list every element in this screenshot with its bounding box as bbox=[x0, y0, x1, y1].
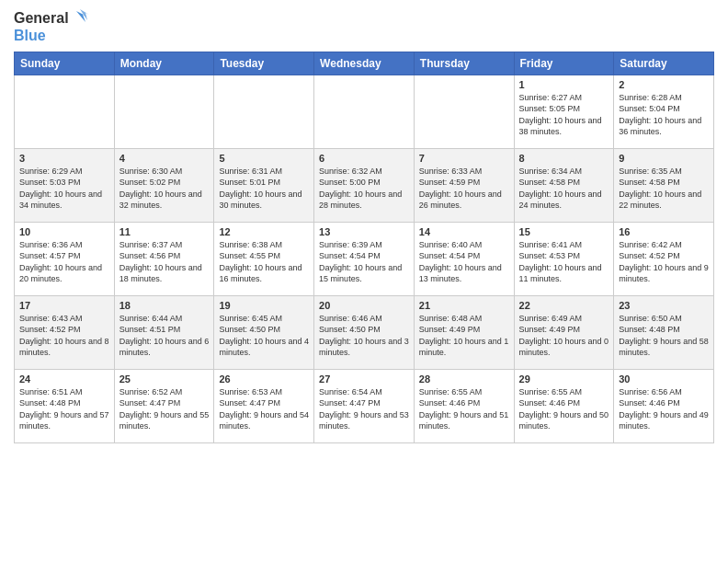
day-cell: 14Sunrise: 6:40 AM Sunset: 4:54 PM Dayli… bbox=[414, 222, 514, 295]
day-number: 2 bbox=[619, 79, 709, 90]
logo-bird-icon bbox=[69, 9, 89, 28]
day-number: 22 bbox=[519, 300, 609, 311]
day-number: 1 bbox=[519, 79, 609, 90]
day-info: Sunrise: 6:28 AM Sunset: 5:04 PM Dayligh… bbox=[619, 92, 709, 138]
day-number: 8 bbox=[519, 153, 609, 164]
col-header-monday: Monday bbox=[114, 52, 214, 75]
day-info: Sunrise: 6:42 AM Sunset: 4:52 PM Dayligh… bbox=[619, 239, 709, 285]
day-number: 20 bbox=[319, 300, 409, 311]
day-cell: 17Sunrise: 6:43 AM Sunset: 4:52 PM Dayli… bbox=[15, 295, 115, 369]
day-number: 15 bbox=[519, 226, 609, 237]
day-info: Sunrise: 6:34 AM Sunset: 4:58 PM Dayligh… bbox=[519, 166, 609, 212]
day-number: 28 bbox=[419, 373, 509, 385]
day-info: Sunrise: 6:44 AM Sunset: 4:51 PM Dayligh… bbox=[119, 313, 210, 359]
day-info: Sunrise: 6:35 AM Sunset: 4:58 PM Dayligh… bbox=[619, 166, 709, 212]
day-number: 9 bbox=[619, 153, 709, 164]
day-cell: 23Sunrise: 6:50 AM Sunset: 4:48 PM Dayli… bbox=[614, 295, 714, 369]
day-cell: 28Sunrise: 6:55 AM Sunset: 4:46 PM Dayli… bbox=[414, 369, 514, 442]
day-cell: 11Sunrise: 6:37 AM Sunset: 4:56 PM Dayli… bbox=[114, 222, 214, 295]
day-cell: 2Sunrise: 6:28 AM Sunset: 5:04 PM Daylig… bbox=[614, 75, 714, 148]
day-cell bbox=[414, 75, 514, 148]
day-number: 14 bbox=[419, 226, 509, 237]
day-info: Sunrise: 6:40 AM Sunset: 4:54 PM Dayligh… bbox=[419, 239, 509, 285]
day-cell: 10Sunrise: 6:36 AM Sunset: 4:57 PM Dayli… bbox=[15, 222, 115, 295]
day-cell bbox=[214, 75, 314, 148]
logo: General Blue bbox=[14, 9, 89, 44]
day-cell: 24Sunrise: 6:51 AM Sunset: 4:48 PM Dayli… bbox=[15, 369, 115, 442]
day-number: 23 bbox=[619, 300, 709, 311]
col-header-friday: Friday bbox=[514, 52, 614, 75]
day-info: Sunrise: 6:52 AM Sunset: 4:47 PM Dayligh… bbox=[119, 386, 210, 432]
day-info: Sunrise: 6:48 AM Sunset: 4:49 PM Dayligh… bbox=[419, 313, 509, 359]
col-header-saturday: Saturday bbox=[614, 52, 714, 75]
day-cell: 20Sunrise: 6:46 AM Sunset: 4:50 PM Dayli… bbox=[314, 295, 415, 369]
day-info: Sunrise: 6:54 AM Sunset: 4:47 PM Dayligh… bbox=[319, 386, 409, 432]
day-number: 26 bbox=[219, 373, 309, 385]
day-cell: 25Sunrise: 6:52 AM Sunset: 4:47 PM Dayli… bbox=[114, 369, 214, 442]
day-number: 4 bbox=[119, 153, 210, 164]
day-info: Sunrise: 6:55 AM Sunset: 4:46 PM Dayligh… bbox=[419, 386, 509, 432]
day-info: Sunrise: 6:45 AM Sunset: 4:50 PM Dayligh… bbox=[219, 313, 309, 359]
day-number: 29 bbox=[519, 373, 609, 385]
day-number: 19 bbox=[219, 300, 309, 311]
day-number: 21 bbox=[419, 300, 509, 311]
day-number: 3 bbox=[19, 153, 109, 164]
col-header-wednesday: Wednesday bbox=[314, 52, 415, 75]
day-info: Sunrise: 6:51 AM Sunset: 4:48 PM Dayligh… bbox=[19, 386, 109, 432]
day-cell: 13Sunrise: 6:39 AM Sunset: 4:54 PM Dayli… bbox=[314, 222, 415, 295]
day-cell: 7Sunrise: 6:33 AM Sunset: 4:59 PM Daylig… bbox=[414, 148, 514, 222]
day-cell: 27Sunrise: 6:54 AM Sunset: 4:47 PM Dayli… bbox=[314, 369, 415, 442]
day-info: Sunrise: 6:46 AM Sunset: 4:50 PM Dayligh… bbox=[319, 313, 409, 359]
day-cell: 19Sunrise: 6:45 AM Sunset: 4:50 PM Dayli… bbox=[214, 295, 314, 369]
day-number: 7 bbox=[419, 153, 509, 164]
day-info: Sunrise: 6:38 AM Sunset: 4:55 PM Dayligh… bbox=[219, 239, 309, 285]
day-cell: 15Sunrise: 6:41 AM Sunset: 4:53 PM Dayli… bbox=[514, 222, 614, 295]
day-cell: 9Sunrise: 6:35 AM Sunset: 4:58 PM Daylig… bbox=[614, 148, 714, 222]
day-number: 18 bbox=[119, 300, 210, 311]
day-cell bbox=[114, 75, 214, 148]
day-info: Sunrise: 6:36 AM Sunset: 4:57 PM Dayligh… bbox=[19, 239, 109, 285]
day-info: Sunrise: 6:27 AM Sunset: 5:05 PM Dayligh… bbox=[519, 92, 609, 138]
day-cell: 30Sunrise: 6:56 AM Sunset: 4:46 PM Dayli… bbox=[614, 369, 714, 442]
col-header-thursday: Thursday bbox=[414, 52, 514, 75]
day-info: Sunrise: 6:53 AM Sunset: 4:47 PM Dayligh… bbox=[219, 386, 309, 432]
day-info: Sunrise: 6:32 AM Sunset: 5:00 PM Dayligh… bbox=[319, 166, 409, 212]
day-number: 16 bbox=[619, 226, 709, 237]
day-number: 12 bbox=[219, 226, 309, 237]
day-info: Sunrise: 6:43 AM Sunset: 4:52 PM Dayligh… bbox=[19, 313, 109, 359]
day-number: 5 bbox=[219, 153, 309, 164]
day-info: Sunrise: 6:50 AM Sunset: 4:48 PM Dayligh… bbox=[619, 313, 709, 359]
day-info: Sunrise: 6:29 AM Sunset: 5:03 PM Dayligh… bbox=[19, 166, 109, 212]
day-number: 11 bbox=[119, 226, 210, 237]
day-info: Sunrise: 6:30 AM Sunset: 5:02 PM Dayligh… bbox=[119, 166, 210, 212]
logo-text-general: General bbox=[14, 10, 69, 27]
day-cell: 5Sunrise: 6:31 AM Sunset: 5:01 PM Daylig… bbox=[214, 148, 314, 222]
day-info: Sunrise: 6:55 AM Sunset: 4:46 PM Dayligh… bbox=[519, 386, 609, 432]
calendar-table: SundayMondayTuesdayWednesdayThursdayFrid… bbox=[14, 52, 714, 443]
day-cell: 16Sunrise: 6:42 AM Sunset: 4:52 PM Dayli… bbox=[614, 222, 714, 295]
day-cell: 21Sunrise: 6:48 AM Sunset: 4:49 PM Dayli… bbox=[414, 295, 514, 369]
day-info: Sunrise: 6:39 AM Sunset: 4:54 PM Dayligh… bbox=[319, 239, 409, 285]
day-cell: 4Sunrise: 6:30 AM Sunset: 5:02 PM Daylig… bbox=[114, 148, 214, 222]
day-number: 24 bbox=[19, 373, 109, 385]
day-info: Sunrise: 6:49 AM Sunset: 4:49 PM Dayligh… bbox=[519, 313, 609, 359]
week-row-2: 3Sunrise: 6:29 AM Sunset: 5:03 PM Daylig… bbox=[15, 148, 714, 222]
day-number: 25 bbox=[119, 373, 210, 385]
col-header-sunday: Sunday bbox=[15, 52, 115, 75]
day-cell: 1Sunrise: 6:27 AM Sunset: 5:05 PM Daylig… bbox=[514, 75, 614, 148]
header: General Blue bbox=[14, 9, 714, 44]
day-cell: 12Sunrise: 6:38 AM Sunset: 4:55 PM Dayli… bbox=[214, 222, 314, 295]
day-cell: 22Sunrise: 6:49 AM Sunset: 4:49 PM Dayli… bbox=[514, 295, 614, 369]
day-cell: 8Sunrise: 6:34 AM Sunset: 4:58 PM Daylig… bbox=[514, 148, 614, 222]
day-info: Sunrise: 6:37 AM Sunset: 4:56 PM Dayligh… bbox=[119, 239, 210, 285]
day-number: 13 bbox=[319, 226, 409, 237]
col-header-tuesday: Tuesday bbox=[214, 52, 314, 75]
day-info: Sunrise: 6:33 AM Sunset: 4:59 PM Dayligh… bbox=[419, 166, 509, 212]
day-cell bbox=[314, 75, 415, 148]
day-cell: 26Sunrise: 6:53 AM Sunset: 4:47 PM Dayli… bbox=[214, 369, 314, 442]
day-number: 6 bbox=[319, 153, 409, 164]
logo-text-blue: Blue bbox=[14, 28, 89, 44]
day-number: 27 bbox=[319, 373, 409, 385]
week-row-5: 24Sunrise: 6:51 AM Sunset: 4:48 PM Dayli… bbox=[15, 369, 714, 442]
day-cell bbox=[15, 75, 115, 148]
